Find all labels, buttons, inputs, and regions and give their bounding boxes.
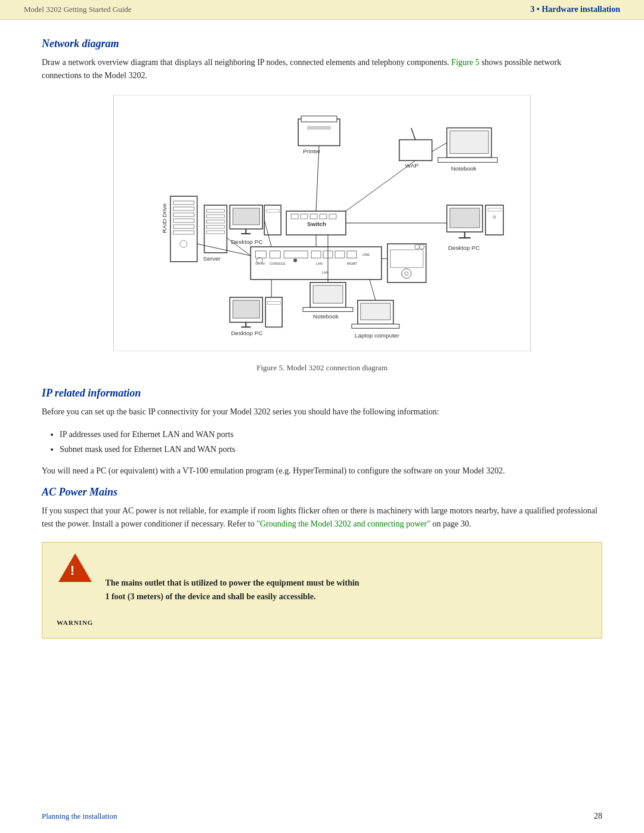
network-diagram-para: Draw a network overview diagram that dis… — [42, 56, 602, 83]
warning-text: The mains outlet that is utilized to pow… — [105, 577, 359, 603]
svg-rect-42 — [450, 208, 479, 228]
figure5-link[interactable]: Figure 5 — [451, 58, 479, 67]
svg-rect-73 — [313, 285, 343, 303]
bullet-item-1: IP addresses used for Ethernet LAN and W… — [60, 427, 602, 442]
network-diagram-container: DC 9V CONSOLE LAN MGMT LAN LINE Switch — [113, 95, 531, 351]
svg-rect-34 — [400, 140, 432, 160]
svg-rect-49 — [171, 196, 197, 262]
svg-text:RAID Drive: RAID Drive — [161, 203, 168, 233]
svg-text:DC 9V: DC 9V — [255, 262, 265, 265]
svg-text:Printer: Printer — [303, 148, 321, 154]
svg-text:Notebook: Notebook — [313, 312, 339, 319]
main-content: Network diagram Draw a network overview … — [0, 20, 644, 674]
header-right: 3 • Hardware installation — [531, 5, 620, 14]
svg-text:Desktop PC: Desktop PC — [448, 244, 479, 251]
warning-box: WARNING The mains outlet that is utilize… — [42, 542, 602, 639]
svg-rect-39 — [438, 157, 497, 162]
warning-icon-container: WARNING — [57, 553, 93, 627]
warning-line1: The mains outlet that is utilized to pow… — [105, 578, 359, 587]
ip-section-para1: Before you can set up the basic IP conne… — [42, 405, 602, 419]
network-diagram-svg: DC 9V CONSOLE LAN MGMT LAN LINE Switch — [114, 95, 530, 351]
warning-line2: 1 foot (3 meters) of the device and shal… — [105, 592, 315, 601]
network-para-text1: Draw a network overview diagram that dis… — [42, 58, 449, 67]
svg-text:MGMT: MGMT — [347, 262, 357, 265]
svg-rect-45 — [485, 205, 503, 235]
svg-rect-32 — [307, 126, 331, 129]
svg-rect-77 — [233, 300, 259, 318]
svg-text:LINE: LINE — [363, 253, 370, 256]
svg-text:Switch: Switch — [307, 221, 326, 227]
svg-text:Laptop computer: Laptop computer — [355, 332, 400, 339]
svg-rect-74 — [303, 307, 353, 311]
ac-section-heading: AC Power Mains — [42, 486, 602, 498]
ac-para-cont: on page 30. — [432, 519, 471, 528]
footer-left: Planning the installation — [42, 812, 117, 821]
diagram-caption: Figure 5. Model 3202 connection diagram — [42, 363, 602, 373]
ip-section-para2: You will need a PC (or equivalent) with … — [42, 465, 602, 478]
header-bar: Model 3202 Getting Started Guide 3 • Har… — [0, 0, 644, 20]
grounding-link[interactable]: "Grounding the Model 3202 and connecting… — [256, 519, 430, 528]
svg-rect-31 — [301, 116, 337, 122]
svg-point-10 — [293, 259, 297, 262]
footer-page-number: 28 — [594, 812, 602, 821]
svg-text:Notebook: Notebook — [451, 165, 476, 172]
svg-rect-30 — [298, 119, 340, 145]
ip-bullet-list: IP addresses used for Ethernet LAN and W… — [60, 427, 602, 457]
svg-point-47 — [493, 215, 496, 219]
svg-text:CONSOLE: CONSOLE — [270, 262, 286, 265]
svg-text:LAN: LAN — [316, 262, 323, 265]
ip-section-heading: IP related information — [42, 387, 602, 400]
svg-rect-66 — [233, 208, 259, 225]
warning-label: WARNING — [57, 619, 93, 626]
svg-rect-84 — [361, 303, 391, 320]
warning-triangle-icon — [58, 553, 92, 582]
svg-rect-85 — [352, 324, 400, 328]
svg-text:Server: Server — [203, 255, 221, 262]
ac-section-para: If you suspect that your AC power is not… — [42, 504, 602, 531]
svg-rect-38 — [450, 131, 488, 153]
svg-rect-80 — [265, 297, 282, 327]
footer: Planning the installation 28 — [42, 812, 602, 821]
network-diagram-heading: Network diagram — [42, 38, 602, 50]
header-left: Model 3202 Getting Started Guide — [24, 5, 132, 14]
bullet-item-2: Subnet mask used for Ethernet LAN and WA… — [60, 442, 602, 457]
svg-text:Desktop PC: Desktop PC — [231, 239, 262, 245]
svg-text:LAN: LAN — [322, 271, 329, 274]
svg-text:Desktop PC: Desktop PC — [231, 330, 262, 336]
